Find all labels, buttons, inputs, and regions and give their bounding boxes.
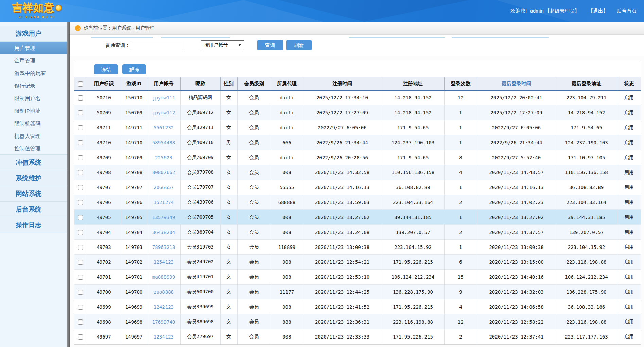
account-link[interactable]: 58954488 bbox=[152, 140, 175, 145]
logout-link[interactable]: 【退出】 bbox=[588, 8, 608, 14]
account-link[interactable]: 5561232 bbox=[154, 125, 174, 130]
table-header: 用户标识 游戏ID 用户帐号 昵称 性别 会员级别 所属代理 注册时间 注册地址… bbox=[74, 77, 641, 90]
table-row[interactable]: 50710 150710 jpymw111 精品源码网 女 会员 daili 2… bbox=[74, 90, 641, 105]
account-link[interactable]: 80807662 bbox=[152, 170, 175, 175]
account-link[interactable]: 1234123 bbox=[154, 334, 174, 340]
search-type-select[interactable]: 按用户帐号 bbox=[201, 40, 244, 50]
table-row[interactable]: 49709 149709 225623 会员769709 女 会员 daili … bbox=[74, 150, 641, 165]
row-checkbox[interactable] bbox=[78, 215, 83, 220]
cell-reg-time: 2020/11/23 14:32:58 bbox=[303, 165, 382, 180]
row-checkbox[interactable] bbox=[78, 245, 83, 250]
table-row[interactable]: 49699 149699 1242123 会员339699 女 会员 008 2… bbox=[74, 299, 641, 314]
table-row[interactable]: 49701 149701 ma888999 会员419701 女 会员 008 … bbox=[74, 270, 641, 285]
table-row[interactable]: 49702 149702 1254123 会员249702 女 会员 008 2… bbox=[74, 255, 641, 270]
account-link[interactable]: 2066657 bbox=[154, 185, 174, 190]
col-member-level: 会员级别 bbox=[237, 77, 271, 90]
sidebar-item[interactable]: 网站系统 bbox=[0, 186, 67, 202]
freeze-button[interactable]: 冻结 bbox=[94, 64, 118, 74]
row-checkbox[interactable] bbox=[78, 319, 83, 325]
account-link[interactable]: 17699740 bbox=[152, 319, 175, 325]
cell-user-id: 50709 bbox=[87, 105, 121, 120]
account-link[interactable]: jpymw112 bbox=[152, 110, 175, 115]
row-checkbox[interactable] bbox=[78, 125, 83, 130]
unfreeze-button[interactable]: 解冻 bbox=[122, 64, 146, 74]
table-row[interactable]: 49704 149704 36438204 会员389704 女 会员 008 … bbox=[74, 225, 641, 240]
table-row[interactable]: 49708 149708 80807662 会员879708 女 会员 008 … bbox=[74, 165, 641, 180]
table-row[interactable]: 49698 149698 17699740 会员889698 女 会员 888 … bbox=[74, 314, 641, 329]
cell-agent: daili bbox=[271, 120, 303, 135]
admin-home-link[interactable]: 后台首页 bbox=[617, 8, 637, 14]
table-row[interactable]: 49703 149703 78963218 会员319703 女 会员 1188… bbox=[74, 240, 641, 255]
table-row[interactable]: 49705 149705 13579349 会员709705 女 会员 008 … bbox=[74, 210, 641, 225]
breadcrumb-arrow-icon: → bbox=[75, 25, 81, 31]
cell-checkbox bbox=[74, 314, 87, 329]
sidebar-item[interactable]: 游戏用户 bbox=[0, 26, 67, 42]
table-row[interactable]: 49711 149711 5561232 会员329711 女 会员 daili… bbox=[74, 120, 641, 135]
row-checkbox[interactable] bbox=[78, 290, 83, 295]
col-status: 状态 bbox=[617, 77, 641, 90]
account-link[interactable]: 1242123 bbox=[154, 304, 174, 310]
sidebar-item[interactable]: 限制机器码 bbox=[0, 117, 67, 130]
cell-status: 启用 bbox=[617, 240, 641, 255]
sidebar-item[interactable]: 系统维护 bbox=[0, 170, 67, 186]
sidebar-item[interactable]: 操作日志 bbox=[0, 217, 67, 233]
account-link[interactable]: zuo8888 bbox=[154, 289, 174, 295]
account-link[interactable]: 36438204 bbox=[152, 230, 175, 235]
query-button[interactable]: 查询 bbox=[257, 40, 283, 50]
row-checkbox[interactable] bbox=[78, 305, 83, 310]
account-link[interactable]: 13579349 bbox=[152, 215, 175, 220]
account-link[interactable]: ma888999 bbox=[152, 274, 175, 280]
cell-nickname: 会员069712 bbox=[180, 105, 220, 120]
account-link[interactable]: jpymw111 bbox=[152, 95, 175, 101]
cell-last-login-address: 124.237.190.103 bbox=[556, 135, 617, 150]
cell-agent: daili bbox=[271, 150, 303, 165]
row-checkbox[interactable] bbox=[78, 230, 83, 235]
row-checkbox[interactable] bbox=[78, 275, 83, 280]
cell-user-id: 49699 bbox=[87, 299, 121, 314]
table-row[interactable]: 49707 149707 2066657 会员179707 女 会员 55555… bbox=[74, 180, 641, 195]
sidebar-item[interactable]: 后台系统 bbox=[0, 201, 67, 217]
table-row[interactable]: 50709 150709 jpymw112 会员069712 女 会员 dail… bbox=[74, 105, 641, 120]
refresh-button[interactable]: 刷新 bbox=[286, 40, 312, 50]
cell-member-level: 会员 bbox=[237, 299, 271, 314]
account-link[interactable]: 1254123 bbox=[154, 259, 174, 265]
sidebar-item[interactable]: 游戏中的玩家 bbox=[0, 67, 67, 79]
cell-account: 1254123 bbox=[147, 255, 180, 270]
sidebar-item[interactable]: 限制用户名 bbox=[0, 92, 67, 105]
row-checkbox[interactable] bbox=[78, 200, 83, 205]
table-row[interactable]: 49710 149710 58954488 会员409710 男 会员 666 … bbox=[74, 135, 641, 150]
row-checkbox[interactable] bbox=[78, 170, 83, 175]
sidebar-item[interactable]: 冲值系统 bbox=[0, 154, 67, 170]
row-checkbox[interactable] bbox=[78, 155, 83, 160]
col-last-login-time[interactable]: 最后登录时间 bbox=[477, 77, 556, 90]
row-checkbox[interactable] bbox=[78, 260, 83, 265]
account-link[interactable]: 1521274 bbox=[154, 200, 174, 205]
row-checkbox[interactable] bbox=[78, 185, 83, 190]
row-checkbox[interactable] bbox=[78, 110, 83, 115]
account-link[interactable]: 225623 bbox=[155, 155, 172, 160]
account-link[interactable]: 78963218 bbox=[152, 244, 175, 250]
sidebar-item[interactable]: 银行记录 bbox=[0, 79, 67, 92]
cell-agent: 008 bbox=[271, 210, 303, 225]
cell-last-login-time: 2022/9/27 5:57:40 bbox=[477, 150, 556, 165]
cell-checkbox bbox=[74, 165, 87, 180]
cell-nickname: 会员609700 bbox=[180, 285, 220, 299]
table-row[interactable]: 49706 149706 1521274 会员439706 女 会员 68888… bbox=[74, 195, 641, 210]
sidebar-item[interactable]: 控制值管理 bbox=[0, 142, 67, 155]
table-row[interactable]: 49697 149697 1234123 会员279697 女 会员 008 2… bbox=[74, 329, 641, 344]
cell-nickname: 会员769709 bbox=[180, 150, 220, 165]
cell-last-login-time: 2020/11/23 13:15:00 bbox=[477, 255, 556, 270]
sidebar-item[interactable]: 金币管理 bbox=[0, 54, 67, 67]
sidebar-item[interactable]: 限制IP地址 bbox=[0, 105, 67, 117]
sidebar-item[interactable]: 用户管理 bbox=[0, 42, 67, 54]
cell-account: 5561232 bbox=[147, 120, 180, 135]
cell-checkbox bbox=[74, 285, 87, 299]
select-all-checkbox[interactable] bbox=[78, 81, 83, 87]
row-checkbox[interactable] bbox=[78, 95, 83, 101]
table-row[interactable]: 49700 149700 zuo8888 会员609700 女 会员 11177… bbox=[74, 285, 641, 299]
row-checkbox[interactable] bbox=[78, 140, 83, 145]
sidebar-divider bbox=[67, 22, 70, 347]
row-checkbox[interactable] bbox=[78, 334, 83, 340]
search-input[interactable] bbox=[131, 41, 182, 50]
sidebar-item[interactable]: 机器人管理 bbox=[0, 130, 67, 142]
